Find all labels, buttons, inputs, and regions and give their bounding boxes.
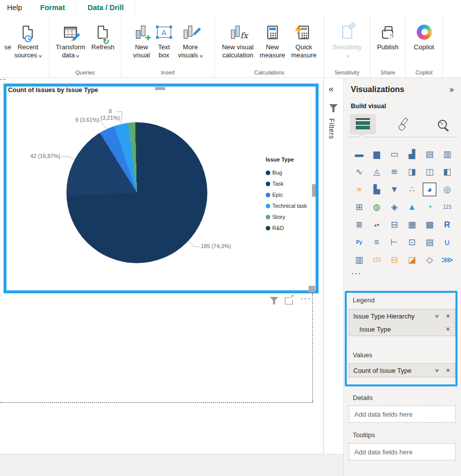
visual-type-100-stacked-area-chart[interactable]: ◨ [405, 165, 419, 179]
visual-type-python-visual[interactable]: Py [352, 235, 366, 249]
remove-field-icon[interactable]: × [445, 312, 451, 320]
collapse-pane-icon[interactable]: » [449, 85, 454, 94]
more-visuals-icon [184, 21, 197, 43]
text-box-button[interactable]: ATextbox [153, 21, 175, 59]
transform-data-button[interactable]: Transformdata∨ [53, 21, 89, 60]
visual-type-scatter-chart[interactable]: ∴ [405, 183, 419, 196]
visual-type-area-chart[interactable]: ◬ [370, 165, 383, 179]
visual-filter-icon[interactable] [270, 297, 278, 304]
tab-analytics[interactable] [429, 114, 455, 134]
tab-format[interactable]: Format [29, 0, 76, 15]
filters-pane-label[interactable]: Filters [328, 118, 336, 139]
visual-type-azure-map[interactable]: ▲ [405, 200, 419, 214]
visual-type-smart-narrative[interactable]: ▤ [423, 235, 436, 249]
visual-type-multi-row-card[interactable]: ≣ [352, 218, 366, 231]
visual-type-map[interactable]: ◍ [370, 200, 383, 214]
expand-filters-icon[interactable]: « [329, 84, 333, 94]
cutoff-button[interactable]: se [4, 21, 11, 51]
legend-item-epic[interactable]: Epic [266, 189, 307, 200]
report-canvas[interactable]: Count of Issues by Issue Type 42 (16,87%… [0, 78, 324, 454]
publish-button[interactable]: ↑Publish [374, 21, 402, 51]
visual-type-arcgis-map[interactable]: ◪ [405, 253, 419, 267]
visual-type-filled-map[interactable]: ◈ [388, 200, 401, 214]
visual-type-gauge[interactable]: ◔ [423, 200, 436, 214]
legend-item-story[interactable]: Story [266, 211, 307, 222]
visual-type-clustered-column-chart[interactable]: ▟ [405, 147, 419, 161]
tab-format-visual[interactable] [390, 114, 416, 134]
legend-item-technical-task[interactable]: Technical task [266, 200, 307, 211]
remove-field-icon[interactable]: × [445, 366, 451, 374]
visual-type-donut-chart[interactable]: ◎ [440, 183, 454, 196]
visual-type-100-stacked-column-chart[interactable]: ▥ [440, 147, 454, 161]
visual-type-power-automate[interactable]: ⋙ [440, 253, 454, 267]
visual-type-100-stacked-bar-chart[interactable]: ▤ [423, 147, 436, 161]
visual-type-decomposition-tree[interactable]: ⊢ [388, 235, 401, 249]
remove-field-icon[interactable]: × [445, 325, 451, 333]
visual-type-stacked-area-chart[interactable]: ≋ [388, 165, 401, 179]
visual-type-slicer[interactable]: ⊟ [388, 218, 401, 231]
resize-handle-corner[interactable] [309, 286, 315, 292]
legend-item-bug[interactable]: Bug [266, 167, 307, 178]
pie[interactable] [66, 122, 207, 263]
pie-chart-area[interactable]: Count of Issues by Issue Type 42 (16,87%… [7, 87, 316, 290]
visual-type-paginated-report[interactable]: ▥ [352, 253, 366, 267]
recent-sources-button[interactable]: Recentsources∨ [11, 21, 44, 60]
new-measure-button[interactable]: Newmeasure [257, 21, 288, 59]
details-field-well[interactable]: Add data fields here [349, 406, 455, 423]
new-visual-calculation-button[interactable]: fxNew visualcalculation [219, 21, 257, 59]
more-options-icon[interactable]: ··· [301, 294, 312, 303]
visual-type-waterfall-chart[interactable]: ▙ [370, 183, 383, 196]
focus-mode-icon[interactable] [285, 297, 293, 304]
field-pill-issue-type[interactable]: Issue Type × [349, 323, 455, 336]
copilot-button[interactable]: Copilot [411, 21, 437, 51]
visual-type-slicer-new[interactable]: ⊟ [388, 253, 401, 267]
button-label: Publish [377, 43, 399, 51]
tab-help[interactable]: Help [0, 0, 29, 15]
visual-type-clustered-bar-chart[interactable]: ▭ [388, 147, 401, 161]
visual-type-metrics[interactable]: ∪ [440, 235, 454, 249]
visual-type-power-apps[interactable]: ◇ [423, 253, 436, 267]
visual-type-stacked-bar-chart[interactable]: ▬ [352, 147, 366, 161]
visual-type-parameter-slicer[interactable]: ≡ [370, 235, 383, 249]
ribbon-tab-bar: Help Format Data / Drill [0, 0, 461, 15]
legend-item-r-d[interactable]: R&D [266, 222, 307, 233]
field-pill-count-of-issue-type[interactable]: Count of Issue Type ∨ × [349, 364, 455, 377]
tab-data-drill[interactable]: Data / Drill [76, 0, 135, 15]
tooltips-field-well[interactable]: Add data fields here [349, 443, 455, 460]
more-visuals-button[interactable]: Morevisuals∨ [175, 21, 206, 60]
new-visual-button[interactable]: +Newvisual [130, 21, 153, 59]
refresh-button[interactable]: ↻Refresh [89, 21, 118, 51]
ribbon-group-queries: Transformdata∨↻RefreshQueries [49, 15, 121, 77]
visual-type-q-and-a[interactable]: ⊡ [405, 235, 419, 249]
sensitivity-button[interactable]: Sensitivity∨ [329, 21, 365, 60]
visual-type-funnel-chart[interactable]: ▼ [388, 183, 401, 196]
filters-pane-collapsed[interactable]: « Filters [324, 78, 343, 454]
tab-build-visual[interactable] [350, 114, 376, 134]
chevron-down-icon[interactable]: ∨ [434, 368, 440, 373]
quick-measure-button[interactable]: Quickmeasure [288, 21, 320, 59]
visual-type-table[interactable]: ▦ [405, 218, 419, 231]
visual-type-r-script-visual[interactable]: R [440, 218, 454, 231]
selected-visual-pie-chart[interactable]: Count of Issues by Issue Type 42 (16,87%… [4, 84, 319, 293]
legend-item-task[interactable]: Task [266, 178, 307, 189]
visual-type-card-new[interactable]: 123 [370, 253, 383, 267]
visual-type-pie-chart[interactable]: ◕ [423, 183, 436, 196]
visual-type-line-and-stacked-column-chart[interactable]: ◫ [423, 165, 436, 179]
visual-type-kpi[interactable]: ▴▾ [370, 218, 383, 231]
field-pill-issue-type-hierarchy[interactable]: Issue Type Hierarchy ∨ × [349, 309, 455, 323]
legend-field-well[interactable]: Issue Type Hierarchy ∨ × Issue Type × [349, 309, 455, 336]
visual-type-card[interactable]: 123 [440, 200, 454, 214]
visual-type-matrix[interactable]: ▩ [423, 218, 436, 231]
legend-item-label: Task [272, 181, 284, 187]
visual-type-stacked-column-chart[interactable]: ▆ [370, 147, 383, 161]
chevron-down-icon[interactable]: ∨ [434, 313, 440, 319]
visual-type-line-and-clustered-column-chart[interactable]: ◧ [440, 165, 454, 179]
visual-type-line-chart[interactable]: ∿ [352, 165, 366, 179]
visual-type-treemap[interactable]: ⊞ [352, 200, 366, 214]
resize-handle-right[interactable] [312, 184, 316, 197]
visual-type-ribbon-chart[interactable]: ≈ [352, 183, 366, 196]
build-visual-icon [356, 118, 370, 130]
values-field-well[interactable]: Count of Issue Type ∨ × [349, 363, 455, 377]
get-more-visuals-ellipsis[interactable]: ··· [351, 269, 362, 278]
resize-handle-top[interactable] [155, 87, 165, 90]
